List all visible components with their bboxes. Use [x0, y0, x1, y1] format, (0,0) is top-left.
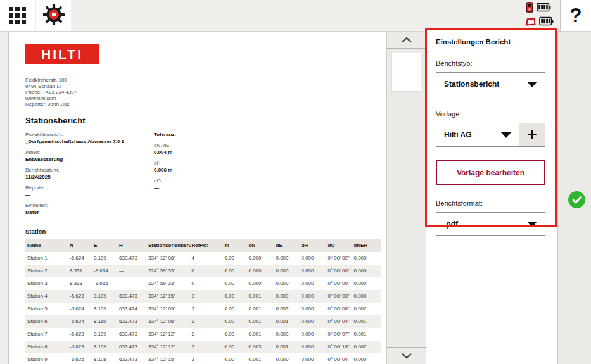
table-cell: 0.00	[224, 303, 248, 315]
info-value: Meter	[25, 209, 154, 216]
report-title: Stationsbericht	[25, 116, 386, 125]
table-cell: Station 4	[25, 290, 70, 303]
controller-icon	[526, 2, 533, 15]
table-cell: 0.000	[276, 353, 301, 364]
edit-template-button[interactable]: Vorlage bearbeiten	[436, 160, 545, 185]
add-template-button[interactable]: +	[519, 123, 545, 147]
info-item: Reporter:—	[25, 184, 154, 198]
table-cell: —	[119, 265, 148, 277]
table-cell: 8.110	[94, 315, 119, 328]
table-cell: 0.002	[353, 303, 381, 315]
dropdown-caret-icon	[527, 82, 537, 87]
table-cell: 2	[191, 341, 224, 353]
info-label: Einheiten:	[25, 202, 154, 209]
check-icon	[572, 196, 582, 204]
table-header-row: NameNEHStationsorientieruRefPkthidNdEdHd…	[25, 239, 381, 252]
table-cell: 0	[191, 265, 224, 277]
table-row: Station 38.333-9.615—224° 59' 33"00.000.…	[25, 277, 381, 290]
table-cell: 633.473	[119, 353, 148, 364]
table-cell: 8.331	[70, 265, 94, 277]
table-cell: 334° 12' 08"	[148, 315, 191, 328]
gear-icon	[42, 3, 65, 28]
plus-icon: +	[527, 127, 537, 144]
table-cell: 0.000	[301, 252, 327, 265]
table-row: Station 4-5.6238.109633.473334° 12' 15"3…	[25, 290, 381, 303]
settings-button[interactable]	[36, 0, 71, 31]
table-cell: 0° 00' 07"	[327, 328, 353, 341]
help-button[interactable]: ?	[561, 0, 591, 31]
confirm-button[interactable]	[568, 191, 585, 208]
table-cell: 0.000	[276, 290, 301, 303]
table-cell: Station 6	[25, 315, 70, 328]
report-info-left: Projektübersicht:_Dorfgemeinschaftshaus-…	[25, 131, 154, 220]
table-cell: 0° 00' 03"	[327, 290, 353, 303]
table-cell: 0.000	[248, 277, 276, 290]
app-menu-button[interactable]	[0, 0, 35, 31]
template-dropdown[interactable]: Hilti AG	[436, 123, 519, 147]
table-cell: 334° 12' 08"	[148, 252, 191, 265]
info-value: 0.006 m	[154, 166, 176, 173]
table-cell: 0.00	[224, 353, 248, 364]
table-column-header: RefPkt	[191, 239, 224, 252]
table-cell: 0° 00' 18"	[327, 341, 353, 353]
table-column-header: H	[119, 239, 148, 252]
report-type-value: Stationsbericht	[444, 80, 499, 89]
report-type-dropdown[interactable]: Stationsbericht	[436, 72, 545, 96]
template-value: Hilti AG	[444, 130, 472, 139]
table-cell: 334° 12' 12"	[148, 341, 191, 353]
table-cell: 334° 12' 15"	[148, 290, 191, 303]
table-cell: 0.001	[353, 315, 381, 328]
table-row: Station 8-5.6238.109633.473334° 12' 12"2…	[25, 341, 381, 353]
tolerance-title: Toleranz:	[154, 131, 176, 138]
page-thumbnail[interactable]	[391, 53, 421, 92]
info-value: 0.004 m	[154, 149, 176, 156]
report-settings-panel: Einstellungen Bericht Berichtstyp: Stati…	[426, 30, 556, 364]
table-column-header: dE	[276, 239, 301, 252]
table-cell: -5.625	[70, 353, 94, 364]
info-item: dO—	[154, 177, 176, 191]
chevron-down-icon	[400, 352, 413, 360]
panel-title: Einstellungen Bericht	[436, 38, 545, 46]
table-cell: 0.001	[248, 353, 276, 364]
table-cell: 0.00	[224, 265, 248, 277]
info-value: 11/24/2025	[25, 173, 154, 180]
table-row: Station 9-5.6258.108633.473334° 12' 15"3…	[25, 353, 381, 364]
report-info: Projektübersicht:_Dorfgemeinschaftshaus-…	[25, 131, 386, 220]
info-label: dH	[154, 160, 176, 166]
table-cell: Station 8	[25, 341, 70, 353]
table-cell: -5.624	[70, 303, 94, 315]
info-item: Projektübersicht:_Dorfgemeinschaftshaus-…	[25, 131, 154, 145]
table-cell: 8.109	[94, 328, 119, 341]
table-column-header: E	[94, 239, 119, 252]
table-cell: 334° 12' 12"	[148, 328, 191, 341]
table-cell: 0.001	[248, 290, 276, 303]
chevron-up-icon	[400, 36, 413, 44]
table-cell: 0° 00' 00"	[327, 265, 353, 277]
address-line: Reporter: John Doe	[25, 101, 386, 108]
station-table: NameNEHStationsorientieruRefPkthidNdEdHd…	[25, 239, 381, 364]
table-cell: 0.00	[224, 277, 248, 290]
question-mark-icon: ?	[570, 6, 582, 25]
table-row: Station 6-5.6248.110633.473334° 12' 08"2…	[25, 315, 381, 328]
info-item: Einheiten:Meter	[25, 202, 154, 216]
right-action-strip	[557, 32, 591, 364]
info-value: —	[154, 184, 176, 191]
table-cell: -5.623	[70, 328, 94, 341]
address-line: Phone: +423 234 4397	[25, 89, 386, 96]
table-row: Station 5-5.6248.109633.474334° 12' 09"2…	[25, 303, 381, 315]
scroll-up-button[interactable]	[387, 32, 426, 49]
plate-battery-icon	[539, 16, 554, 28]
table-cell: 0° 00' 00"	[327, 277, 353, 290]
report-format-dropdown[interactable]: .pdf	[436, 212, 545, 236]
table-cell: -5.623	[70, 290, 94, 303]
page-scroll-strip	[386, 32, 426, 364]
table-cell: 8.108	[94, 353, 119, 364]
dropdown-caret-icon	[501, 132, 511, 138]
table-cell: 4	[191, 252, 224, 265]
table-cell: 0.001	[276, 341, 301, 353]
table-cell: 0.000	[301, 265, 327, 277]
table-cell: Station 3	[25, 277, 70, 290]
scroll-down-button[interactable]	[387, 347, 426, 364]
table-column-header: dN	[248, 239, 276, 252]
table-row: Station 1-5.6248.109633.473334° 12' 08"4…	[25, 252, 381, 265]
